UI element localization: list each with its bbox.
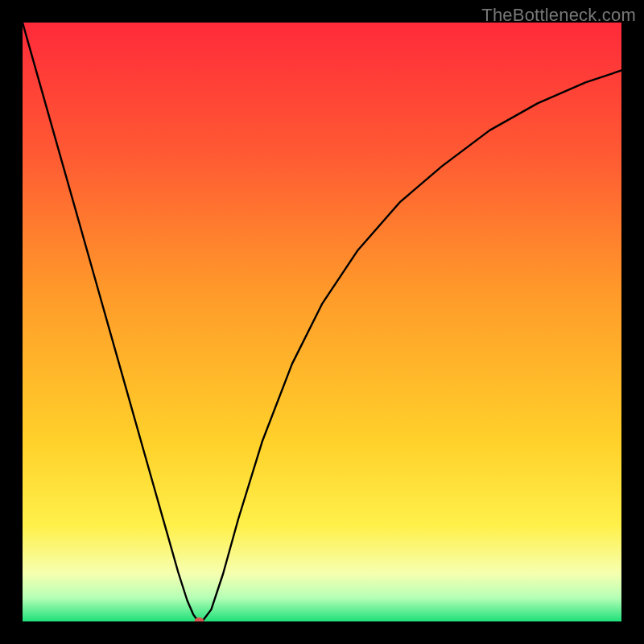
bottleneck-curve (23, 23, 621, 621)
plot-area (23, 23, 621, 621)
chart-frame: TheBottleneck.com (0, 0, 644, 644)
watermark-text: TheBottleneck.com (481, 5, 636, 26)
curve-path (23, 23, 621, 621)
